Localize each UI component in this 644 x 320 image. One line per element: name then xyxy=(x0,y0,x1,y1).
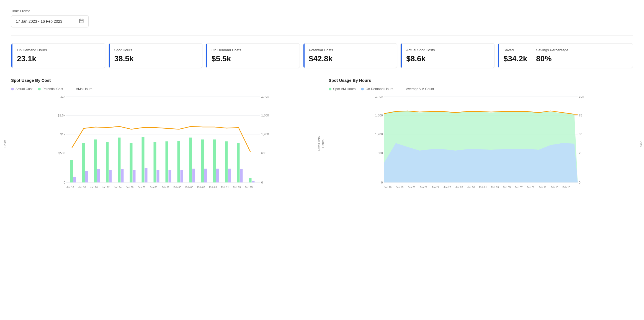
cost-y-axis-right-label: VMs Hours xyxy=(317,136,321,151)
section-divider xyxy=(11,35,633,35)
svg-text:Feb 07: Feb 07 xyxy=(515,186,522,189)
svg-text:Jan 30: Jan 30 xyxy=(150,186,157,189)
svg-rect-30 xyxy=(130,143,133,182)
svg-text:Feb 07: Feb 07 xyxy=(197,186,205,189)
metrics-row: On Demand Hours 23.1k Spot Hours 38.5k O… xyxy=(11,43,633,68)
svg-text:Jan 20: Jan 20 xyxy=(90,186,98,189)
metric-saved-double: Saved $34.2k Savings Percentage 80% xyxy=(498,43,633,68)
svg-text:Jan 16: Jan 16 xyxy=(384,186,391,189)
hours-y-axis-label: Hours xyxy=(321,139,324,148)
bar-group-11 xyxy=(201,139,207,182)
svg-text:Feb 15: Feb 15 xyxy=(562,186,570,189)
svg-text:Jan 26: Jan 26 xyxy=(126,186,133,189)
svg-text:1,800: 1,800 xyxy=(261,114,269,117)
svg-text:Feb 01: Feb 01 xyxy=(161,186,169,189)
svg-text:Jan 28: Jan 28 xyxy=(455,186,463,189)
svg-rect-23 xyxy=(85,171,88,182)
svg-text:75: 75 xyxy=(579,114,582,117)
date-picker[interactable]: 17 Jan 2023 - 16 Feb 2023 xyxy=(11,15,89,27)
svg-rect-51 xyxy=(252,181,255,182)
legend-on-demand-hours: On Demand Hours xyxy=(361,87,393,91)
svg-text:2,400: 2,400 xyxy=(261,96,269,98)
svg-rect-20 xyxy=(70,160,73,182)
svg-rect-33 xyxy=(145,168,148,182)
bar-group-0 xyxy=(70,160,76,182)
svg-text:Feb 03: Feb 03 xyxy=(491,186,499,189)
bar-group-8 xyxy=(166,141,171,182)
svg-text:600: 600 xyxy=(378,151,383,155)
svg-text:Feb 01: Feb 01 xyxy=(479,186,487,189)
metric-value: $8.6k xyxy=(406,54,489,63)
chart-by-hours-title: Spot Usage By Hours xyxy=(329,78,633,83)
calendar-icon xyxy=(79,18,84,24)
svg-text:$1.5k: $1.5k xyxy=(58,114,65,117)
cost-y-axis-label: Costs xyxy=(3,140,7,148)
metric-label: Potential Costs xyxy=(309,48,391,52)
metric-saved-label: Saved xyxy=(504,48,527,52)
svg-text:2,400: 2,400 xyxy=(375,96,383,98)
time-frame-section: Time Frame 17 Jan 2023 - 16 Feb 2023 xyxy=(11,9,633,27)
legend-on-demand-hours-label: On Demand Hours xyxy=(365,87,393,91)
legend-potential-cost-dot xyxy=(38,88,41,90)
svg-rect-26 xyxy=(106,142,109,182)
date-range-value: 17 Jan 2023 - 16 Feb 2023 xyxy=(16,19,62,24)
metric-value: 38.5k xyxy=(114,54,197,63)
charts-row: Spot Usage By Cost Actual Cost Potential… xyxy=(11,78,633,191)
bar-group-4 xyxy=(118,138,124,182)
chart-by-hours-wrapper: Hours VMs 2,400 1,800 1,200 600 0 xyxy=(329,96,633,191)
svg-rect-40 xyxy=(189,138,192,182)
svg-text:0: 0 xyxy=(579,181,581,184)
svg-text:Jan 30: Jan 30 xyxy=(467,186,475,189)
chart-by-cost-legend: Actual Cost Potential Cost VMs Hours xyxy=(11,87,315,91)
svg-rect-34 xyxy=(154,142,156,182)
legend-actual-cost: Actual Cost xyxy=(11,87,32,91)
bar-group-3 xyxy=(106,142,112,182)
bar-group-7 xyxy=(154,142,159,182)
svg-text:$1k: $1k xyxy=(60,133,65,136)
metric-actual-spot-costs: Actual Spot Costs $8.6k xyxy=(400,43,494,68)
svg-rect-29 xyxy=(121,169,124,182)
chart-by-hours-area: 2,400 1,800 1,200 600 0 100 75 50 25 0 xyxy=(342,96,619,191)
chart-by-hours-legend: Spot VM Hours On Demand Hours Average VM… xyxy=(329,87,633,91)
svg-rect-43 xyxy=(204,169,207,182)
bar-group-2 xyxy=(94,139,100,182)
svg-text:Feb 11: Feb 11 xyxy=(221,186,229,189)
svg-rect-39 xyxy=(181,170,183,182)
legend-vms-hours-label: VMs Hours xyxy=(76,87,92,91)
svg-rect-27 xyxy=(109,170,112,182)
metric-saved: Saved $34.2k xyxy=(504,48,527,63)
metric-label: On Demand Hours xyxy=(17,48,99,52)
svg-rect-44 xyxy=(213,139,216,182)
svg-rect-32 xyxy=(142,137,145,182)
bar-group-12 xyxy=(213,139,219,182)
bar-group-13 xyxy=(225,141,231,182)
svg-text:25: 25 xyxy=(579,151,582,155)
metric-label: On Demand Costs xyxy=(212,48,294,52)
chart-by-cost-wrapper: Costs VMs Hours $2k $1.5k $1k $500 0 xyxy=(11,96,315,191)
chart-by-cost: Spot Usage By Cost Actual Cost Potential… xyxy=(11,78,315,191)
svg-rect-49 xyxy=(240,169,243,182)
legend-avg-vm-count-line xyxy=(399,89,404,89)
bar-group-14 xyxy=(237,143,243,182)
metric-on-demand-costs: On Demand Costs $5.5k xyxy=(206,43,300,68)
bar-group-1 xyxy=(82,143,88,182)
svg-rect-37 xyxy=(169,170,171,182)
svg-text:100: 100 xyxy=(579,96,584,98)
svg-rect-25 xyxy=(97,169,100,182)
svg-rect-46 xyxy=(225,141,228,182)
svg-text:Jan 18: Jan 18 xyxy=(396,186,403,189)
metric-savings-pct: Savings Percentage 80% xyxy=(536,48,568,63)
svg-text:0: 0 xyxy=(63,181,65,184)
svg-rect-31 xyxy=(133,170,136,182)
vms-hours-line xyxy=(72,126,251,152)
svg-text:50: 50 xyxy=(579,133,582,136)
svg-text:Jan 24: Jan 24 xyxy=(432,186,439,189)
svg-rect-47 xyxy=(228,169,231,182)
svg-rect-22 xyxy=(82,143,85,182)
chart-by-cost-area: $2k $1.5k $1k $500 0 2,400 1,800 1,200 6… xyxy=(25,96,302,191)
time-frame-label: Time Frame xyxy=(11,9,633,13)
svg-text:Feb 09: Feb 09 xyxy=(527,186,534,189)
legend-potential-cost-label: Potential Cost xyxy=(42,87,63,91)
metric-savings-pct-value: 80% xyxy=(536,54,568,63)
metric-potential-costs: Potential Costs $42.8k xyxy=(303,43,397,68)
